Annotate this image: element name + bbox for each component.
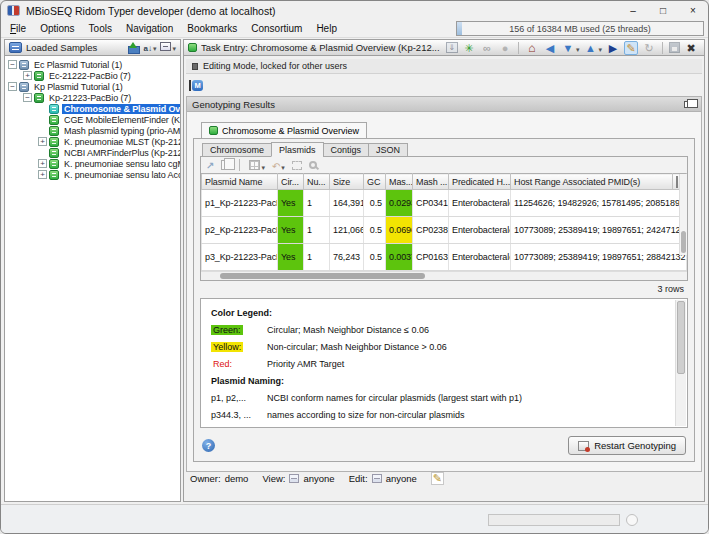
tree-expander-icon[interactable]: + [38, 170, 47, 179]
tree-item[interactable]: −Ec Plasmid Tutorial (1) [5, 59, 180, 70]
tree-expander-icon[interactable]: + [38, 137, 47, 146]
tree-item[interactable]: −Kp Plasmid Tutorial (1) [5, 81, 180, 92]
search-table-icon[interactable] [309, 161, 317, 169]
tree-item-icon [49, 126, 59, 136]
genotyping-results-body: Chromosome & Plasmid Overview Chromosome… [186, 112, 702, 472]
refresh-icon[interactable]: ↻ [642, 41, 656, 55]
restart-genotyping-button[interactable]: Restart Genotyping [568, 436, 686, 455]
naming-entry: p1, p2,...NCBI conform names for circula… [211, 393, 667, 403]
legend-swatch: Yellow: [211, 342, 243, 352]
edit-note-icon[interactable]: ✎ [431, 472, 444, 485]
save-icon[interactable] [669, 42, 680, 53]
close-task-icon[interactable]: ✖ [684, 41, 698, 55]
table-row[interactable]: p2_Kp-21223-PacBioYes1121,0660.50.0696CP… [202, 217, 687, 244]
tree-item-icon [49, 170, 59, 180]
window-title: MBioSEQ Ridom Typer developer (demo at l… [26, 5, 276, 17]
tab-plasmids[interactable]: Plasmids [271, 142, 324, 157]
menu-help[interactable]: Help [309, 21, 344, 36]
tree-item[interactable]: Chromosome & Plasmid Overview [5, 103, 180, 114]
menu-options[interactable]: Options [33, 21, 81, 36]
scrollbar-thumb[interactable] [677, 301, 685, 374]
tree-item[interactable]: CGE MobileElementFinder (Kp-21223-P [5, 114, 180, 125]
column-header-1[interactable]: Plasmid Name [202, 174, 278, 190]
tree-item[interactable]: +Ec-21222-PacBio (7) [5, 70, 180, 81]
float-section-icon[interactable] [684, 101, 693, 108]
table-view-icon[interactable]: ▾ [249, 156, 265, 174]
scrollbar-thumb[interactable] [220, 273, 424, 279]
group-icon [289, 474, 299, 483]
maximize-button[interactable]: □ [648, 1, 678, 20]
sort-az-icon[interactable]: a↓▾ [144, 42, 157, 53]
table-horizontal-scrollbar[interactable] [201, 271, 687, 280]
table-vertical-scrollbar[interactable] [679, 174, 687, 255]
scrollbar-thumb[interactable] [681, 231, 686, 253]
export-icon[interactable]: ↗ [206, 160, 214, 171]
status-bar [1, 504, 708, 533]
app-icon [7, 5, 20, 16]
tree-expander-icon[interactable]: + [23, 71, 32, 80]
record-icon[interactable]: ● [498, 41, 512, 55]
menu-bookmarks[interactable]: Bookmarks [180, 21, 244, 36]
back-arrow-icon[interactable]: ◀ [543, 41, 557, 55]
tree-item[interactable]: Mash plasmid typing (prio-AMR) (Kp-2 [5, 125, 180, 136]
down-arrow-icon[interactable]: ▼▾ [561, 41, 580, 55]
column-header-4[interactable]: Size [330, 174, 364, 190]
close-button[interactable]: × [678, 1, 708, 20]
column-header-9[interactable]: Host Range Associated PMID(s) [511, 174, 673, 190]
column-header-3[interactable]: Nu... [304, 174, 330, 190]
table-cell: 0.0037 [386, 244, 413, 271]
column-header-2[interactable]: Cir... [278, 174, 304, 190]
menu-consortium[interactable]: Consortium [244, 21, 309, 36]
signal-icon[interactable]: ✳ [462, 41, 476, 55]
toolbar-separator [662, 42, 663, 54]
table-cell: Yes [278, 217, 304, 244]
monitor-download-icon[interactable]: ⇓ [446, 42, 458, 53]
table-cell: 76,243 [330, 244, 364, 271]
tree-item[interactable]: −Kp-21223-PacBio (7) [5, 92, 180, 103]
menu-file[interactable]: File [3, 21, 33, 36]
tree-expander-icon[interactable]: − [8, 60, 17, 69]
meta-icon[interactable] [292, 161, 302, 170]
copy-icon[interactable] [221, 160, 230, 170]
tree-expander-icon[interactable]: − [23, 93, 32, 102]
table-row[interactable]: p3_Kp-21223-PacBioYes176,2430.50.0037CP0… [202, 244, 687, 271]
tree-expander-icon[interactable]: + [38, 159, 47, 168]
undo-icon[interactable]: ↶▾ [272, 156, 285, 174]
row-count-label: 3 rows [200, 281, 688, 295]
result-tabs: ChromosomePlasmidsContigsJSON [202, 143, 688, 157]
task-entry-title: Task Entry: Chromosome & Plasmid Overvie… [201, 42, 442, 53]
binoculars-icon[interactable]: ∞ [480, 41, 494, 55]
home-icon[interactable]: ⌂ [525, 41, 539, 55]
column-header-6[interactable]: Mas... [386, 174, 413, 190]
window-controls: – □ × [618, 1, 708, 20]
up-arrow-icon[interactable]: ▲▾ [583, 41, 602, 55]
view-label: View: [262, 473, 285, 484]
go-arrow-icon[interactable]: ▶ [606, 41, 620, 55]
edit-mode-icon[interactable]: ✎ [624, 41, 638, 55]
legend-text: Non-circular; Mash Neighbor Distance > 0… [267, 342, 447, 352]
table-cell: 1 [304, 190, 330, 217]
import-samples-icon[interactable] [127, 42, 140, 54]
table-cell: 164,391 [330, 190, 364, 217]
menu-tools[interactable]: Tools [82, 21, 119, 36]
tab-json[interactable]: JSON [368, 143, 408, 157]
legend-scrollbar[interactable] [675, 300, 686, 426]
tree-item[interactable]: +K. pneumoniae MLST (Kp-21223-PacBi [5, 136, 180, 147]
overview-tab[interactable]: Chromosome & Plasmid Overview [201, 122, 367, 138]
plasmid-naming-entries: p1, p2,...NCBI conform names for circula… [211, 393, 667, 420]
legend-swatch: Green: [211, 325, 243, 335]
column-header-5[interactable]: GC [364, 174, 386, 190]
column-header-8[interactable]: Predicated H... [449, 174, 511, 190]
tree-expander-icon[interactable]: − [8, 82, 17, 91]
minimize-button[interactable]: – [618, 1, 648, 20]
tab-chromosome[interactable]: Chromosome [202, 143, 272, 157]
tree-item[interactable]: NCBI AMRFinderPlus (Kp-21223-PacBio [5, 147, 180, 158]
table-row[interactable]: p1_Kp-21223-PacBioYes1164,3910.50.0293CP… [202, 190, 687, 217]
tree-item[interactable]: +K. pneumoniae sensu lato Accessory ( [5, 169, 180, 180]
menu-navigation[interactable]: Navigation [119, 21, 180, 36]
collapse-all-icon[interactable]: ▾ [160, 42, 176, 53]
tab-contigs[interactable]: Contigs [323, 143, 370, 157]
help-icon[interactable]: ? [202, 439, 215, 452]
column-header-7[interactable]: Mash ... [413, 174, 449, 190]
tree-item[interactable]: +K. pneumoniae sensu lato cgMLST (Kp [5, 158, 180, 169]
